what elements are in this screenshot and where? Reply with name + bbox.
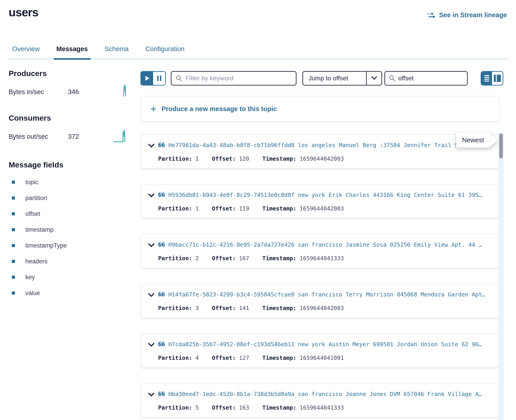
field-label: timestamp xyxy=(25,226,54,233)
partition-group: Partition: 4 xyxy=(158,355,199,361)
message-row[interactable]: �� He77981da-4a43-48ab-b8f8-cb71b96ffdd0… xyxy=(140,134,500,169)
timestamp-value: 1659644042003 xyxy=(300,305,344,311)
column-view-button[interactable] xyxy=(492,72,503,85)
message-fields-heading: Message fields xyxy=(9,160,128,169)
keyword-filter-field xyxy=(171,71,297,86)
message-field-item[interactable]: key xyxy=(9,269,128,285)
list-view-button[interactable] xyxy=(481,72,492,85)
toolbar-spacer xyxy=(468,71,481,86)
message-row[interactable]: �� H9bacc71c-b12c-4216-8e95-2a7da727e426… xyxy=(140,234,500,268)
stream-lineage-link-label: See in Stream lineage xyxy=(439,11,507,19)
timestamp-value: 1659644041333 xyxy=(300,255,344,262)
offset-group: Offset: 127 xyxy=(212,355,249,361)
expand-chevron-icon[interactable] xyxy=(148,144,154,148)
field-label: partition xyxy=(25,195,47,202)
tab-messages[interactable]: Messages xyxy=(56,45,88,53)
timestamp-label: Timestamp: xyxy=(262,255,297,262)
tab-overview[interactable]: Overview xyxy=(12,45,40,53)
expand-chevron-icon[interactable] xyxy=(148,194,154,198)
offset-value: 167 xyxy=(239,255,249,262)
timestamp-group: Timestamp: 1659644042003 xyxy=(262,156,344,162)
message-row[interactable]: �� H5936db81-b943-4e0f-8c29-74513e0c0d8f… xyxy=(140,184,500,218)
play-icon xyxy=(146,76,149,81)
expand-chevron-icon[interactable] xyxy=(148,243,154,247)
expand-chevron-icon[interactable] xyxy=(148,393,154,397)
plus-icon: + xyxy=(150,104,156,113)
message-field-item[interactable]: headers xyxy=(9,254,128,269)
scrollbar-thumb[interactable] xyxy=(499,134,503,158)
message-row[interactable]: �� H14fa67fe-5823-4299-b3c4-595845cfcae0… xyxy=(140,284,500,318)
jump-to-offset-value: Jump to offset xyxy=(303,72,366,85)
message-field-item[interactable]: value xyxy=(9,285,128,301)
message-row[interactable]: �� Hba30eed7-1edc-452b-8b1a-738d3b5d8a9a… xyxy=(140,383,500,418)
field-label: value xyxy=(25,290,40,297)
play-button[interactable] xyxy=(141,72,153,85)
keyword-filter-input[interactable] xyxy=(185,75,292,82)
message-list-scrollbar[interactable] xyxy=(498,132,504,420)
timestamp-group: Timestamp: 1659644042003 xyxy=(262,305,344,311)
offset-label: Offset: xyxy=(212,255,236,262)
message-field-item[interactable]: topic xyxy=(9,174,128,190)
timestamp-value: 1659644042003 xyxy=(300,205,344,212)
message-field-item[interactable]: offset xyxy=(9,206,128,222)
timestamp-group: Timestamp: 1659644041001 xyxy=(262,355,344,361)
expand-chevron-icon[interactable] xyxy=(148,293,154,297)
offset-label: Offset: xyxy=(212,305,236,311)
topic-messages-page: { "page_title": "users", "header": { "li… xyxy=(0,0,516,420)
search-icon xyxy=(389,75,395,82)
offset-group: Offset: 119 xyxy=(212,205,249,212)
message-list: �� He77981da-4a43-48ab-b8f8-cb71b96ffdd0… xyxy=(140,134,500,420)
partition-value: 3 xyxy=(195,305,199,311)
expand-chevron-icon[interactable] xyxy=(148,343,154,347)
partition-label: Partition: xyxy=(158,305,192,311)
column-view-icon xyxy=(494,75,496,82)
produce-message-button[interactable]: + Produce a new message to this topic xyxy=(140,96,500,122)
consumers-sparkline-chart xyxy=(113,129,128,143)
message-field-item[interactable]: timestamp xyxy=(9,222,128,238)
timestamp-group: Timestamp: 1659644042003 xyxy=(262,205,344,212)
timestamp-label: Timestamp: xyxy=(262,205,297,212)
message-field-item[interactable]: timestampType xyxy=(9,238,128,254)
search-icon xyxy=(176,75,182,82)
partition-label: Partition: xyxy=(158,255,192,262)
produce-message-label: Produce a new message to this topic xyxy=(162,105,277,113)
message-field-item[interactable]: partition xyxy=(9,190,128,206)
offset-label: Offset: xyxy=(212,156,236,162)
partition-value: 2 xyxy=(195,255,199,262)
view-mode-toggle xyxy=(481,71,503,86)
offset-search-input[interactable] xyxy=(398,75,463,82)
offset-group: Offset: 163 xyxy=(212,404,249,411)
stream-lineage-link[interactable]: See in Stream lineage xyxy=(427,11,507,19)
jump-to-offset-select[interactable]: Jump to offset xyxy=(302,71,382,86)
field-bullet-icon xyxy=(12,244,15,247)
topic-stats-sidebar: Producers Bytes in/sec 346 Consumers Byt… xyxy=(9,69,128,301)
pause-icon xyxy=(157,75,159,81)
list-view-icon xyxy=(484,75,489,76)
message-key-preview: �� H9bacc71c-b12c-4216-8e95-2a7da727e426… xyxy=(158,241,495,248)
newest-tooltip-label: Newest xyxy=(462,136,484,144)
timestamp-value: 1659644041333 xyxy=(300,404,344,411)
topic-tabs: Overview Messages Schema Configuration xyxy=(9,45,508,60)
offset-value: 120 xyxy=(239,156,249,162)
timestamp-label: Timestamp: xyxy=(262,156,297,162)
producers-heading: Producers xyxy=(9,69,128,78)
timestamp-label: Timestamp: xyxy=(262,305,297,311)
partition-label: Partition: xyxy=(158,156,192,162)
partition-group: Partition: 3 xyxy=(158,305,199,311)
tab-configuration[interactable]: Configuration xyxy=(146,45,185,53)
producers-sparkline-chart xyxy=(122,84,128,97)
pause-button[interactable] xyxy=(153,72,165,85)
partition-group: Partition: 5 xyxy=(158,404,199,411)
field-label: key xyxy=(25,274,35,281)
timestamp-group: Timestamp: 1659644041333 xyxy=(262,404,344,411)
partition-value: 4 xyxy=(195,355,199,361)
timestamp-value: 1659644041001 xyxy=(300,355,344,361)
bytes-in-label: Bytes in/sec xyxy=(9,88,44,96)
partition-label: Partition: xyxy=(158,404,192,411)
message-meta: Partition: 1 Offset: 119 Timestamp: 1659… xyxy=(158,205,357,212)
timestamp-label: Timestamp: xyxy=(262,355,297,361)
message-row[interactable]: �� H7cda825b-35b7-4952-88ef-c193d546eb11… xyxy=(140,333,500,368)
tab-schema[interactable]: Schema xyxy=(105,45,129,53)
page-title: users xyxy=(9,5,38,19)
bytes-in-value: 346 xyxy=(68,88,79,96)
